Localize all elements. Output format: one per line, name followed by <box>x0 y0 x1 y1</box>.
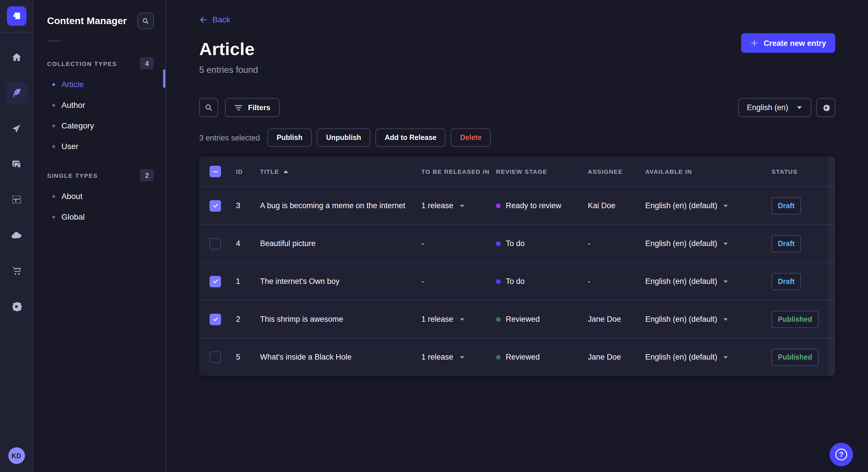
subnav-item-global[interactable]: Global <box>33 206 165 227</box>
media-library-icon <box>11 158 22 170</box>
cell-available-in[interactable]: English (en) (default) <box>645 201 772 210</box>
gear-icon <box>10 300 22 312</box>
subnav-scrollbar-thumb[interactable] <box>163 69 165 88</box>
chevron-down-icon <box>796 105 803 109</box>
table-scrollbar-track[interactable] <box>828 157 835 376</box>
nav-marketplace[interactable] <box>5 260 27 281</box>
subnav-item-label: About <box>61 192 82 201</box>
release-caret <box>459 355 465 359</box>
back-link[interactable]: Back <box>199 15 230 24</box>
cell-assignee: - <box>588 239 645 248</box>
entries-table: ID TITLE TO BE RELEASED IN REVIEW STAGE … <box>199 157 835 376</box>
subnav-item-category[interactable]: Category <box>33 115 165 136</box>
main-nav: KD <box>0 0 33 472</box>
search-button[interactable] <box>199 98 218 117</box>
subnav-item-label: User <box>61 142 79 151</box>
subnav-item-user[interactable]: User <box>33 136 165 157</box>
list-settings-button[interactable] <box>816 98 835 117</box>
back-label: Back <box>212 15 230 24</box>
review-stage-dot <box>496 279 501 283</box>
table-row[interactable]: 4 Beautiful picture - To do - English (e… <box>199 224 835 262</box>
subnav-item-author[interactable]: Author <box>33 95 165 115</box>
cell-assignee: - <box>588 277 645 285</box>
cell-released-in[interactable]: - <box>422 277 496 285</box>
row-checkbox[interactable] <box>210 238 221 249</box>
nav-content-manager[interactable] <box>5 82 27 104</box>
table-header-row: ID TITLE TO BE RELEASED IN REVIEW STAGE … <box>199 157 835 187</box>
nav-cloud[interactable] <box>5 224 27 246</box>
cell-available-in[interactable]: English (en) (default) <box>645 315 772 324</box>
cell-available-in[interactable]: English (en) (default) <box>645 277 772 285</box>
header-released-in[interactable]: TO BE RELEASED IN <box>422 168 496 175</box>
cell-review-stage: Reviewed <box>496 315 588 324</box>
table-row[interactable]: 3 A bug is becoming a meme on the intern… <box>199 187 835 224</box>
create-new-entry-label: Create new entry <box>764 39 826 47</box>
cell-assignee: Jane Doe <box>588 315 645 324</box>
cell-released-in[interactable]: 1 release <box>422 201 496 210</box>
table-row[interactable]: 2 This shrimp is awesome 1 release Revie… <box>199 300 835 338</box>
chevron-down-icon <box>723 242 729 245</box>
create-new-entry-button[interactable]: Create new entry <box>741 33 835 53</box>
entries-count: 5 entries found <box>199 65 835 75</box>
filters-button[interactable]: Filters <box>225 98 280 117</box>
cell-review-stage: Ready to review <box>496 201 588 210</box>
row-checkbox[interactable] <box>210 313 221 325</box>
cell-id: 5 <box>236 353 260 361</box>
unpublish-button[interactable]: Unpublish <box>317 129 370 147</box>
review-stage-dot <box>496 355 501 359</box>
chevron-down-icon <box>459 355 465 359</box>
select-all-checkbox[interactable] <box>210 166 221 177</box>
bullet-icon <box>52 83 55 86</box>
table-row[interactable]: 5 What's inside a Black Hole 1 release R… <box>199 338 835 376</box>
cell-released-in[interactable]: 1 release <box>422 353 496 361</box>
status-badge: Draft <box>772 197 801 214</box>
bullet-icon <box>52 124 55 127</box>
table-row[interactable]: 1 The internet's Own boy - To do - Engli… <box>199 262 835 300</box>
cell-available-in[interactable]: English (en) (default) <box>645 239 772 248</box>
cell-id: 1 <box>236 277 260 285</box>
header-assignee[interactable]: ASSIGNEE <box>588 168 645 175</box>
nav-divider <box>0 32 33 33</box>
search-icon <box>142 17 149 25</box>
subnav-search-button[interactable] <box>137 12 154 29</box>
subnav-item-article[interactable]: Article <box>33 74 165 95</box>
header-id[interactable]: ID <box>236 168 260 175</box>
header-title[interactable]: TITLE <box>260 168 422 175</box>
plus-icon <box>750 39 758 47</box>
locale-select[interactable]: English (en) <box>738 98 811 117</box>
locale-value: English (en) <box>747 103 788 112</box>
nav-content-type-builder[interactable] <box>5 189 27 210</box>
subnav-title: Content Manager <box>47 15 127 27</box>
user-avatar[interactable]: KD <box>8 447 25 464</box>
nav-home[interactable] <box>5 46 27 68</box>
add-to-release-button[interactable]: Add to Release <box>375 129 446 147</box>
publish-button[interactable]: Publish <box>268 129 312 147</box>
question-mark-icon: ? <box>835 448 847 461</box>
strapi-logo[interactable] <box>7 6 26 26</box>
help-button[interactable]: ? <box>830 443 853 466</box>
row-checkbox[interactable] <box>210 351 221 363</box>
collection-types-section: COLLECTION TYPES 4 <box>47 57 154 69</box>
nav-releases[interactable] <box>5 117 27 139</box>
check-icon <box>212 278 218 284</box>
header-review-stage[interactable]: REVIEW STAGE <box>496 168 588 175</box>
row-checkbox[interactable] <box>210 200 221 211</box>
cell-assignee: Kai Doe <box>588 201 645 210</box>
subnav-item-about[interactable]: About <box>33 186 165 206</box>
check-icon <box>212 316 218 322</box>
delete-button[interactable]: Delete <box>451 129 491 147</box>
header-available-in[interactable]: AVAILABLE IN <box>645 168 772 175</box>
cell-available-in[interactable]: English (en) (default) <box>645 353 772 361</box>
nav-media-library[interactable] <box>5 153 27 175</box>
cell-released-in[interactable]: - <box>422 239 496 248</box>
row-checkbox[interactable] <box>210 276 221 287</box>
review-stage-dot <box>496 317 501 322</box>
cell-title: A bug is becoming a meme on the internet <box>260 201 422 210</box>
nav-settings[interactable] <box>5 295 27 317</box>
status-badge: Published <box>772 348 818 366</box>
header-status[interactable]: STATUS <box>772 168 825 175</box>
chevron-down-icon <box>459 204 465 207</box>
arrow-left-icon <box>199 15 208 24</box>
cell-review-stage: Reviewed <box>496 353 588 361</box>
cell-released-in[interactable]: 1 release <box>422 315 496 324</box>
